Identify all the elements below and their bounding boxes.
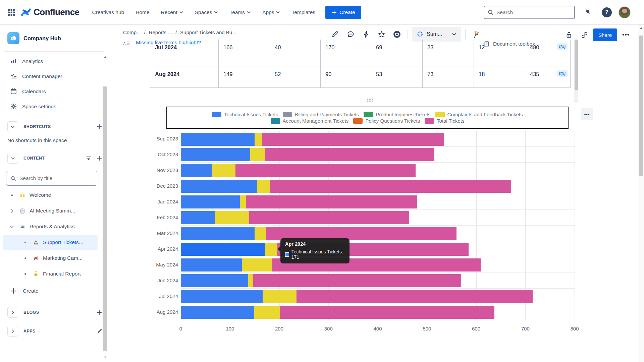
formula-icon[interactable]: f(x) (557, 70, 568, 77)
sidebar-item-calendars[interactable]: Calendars (0, 84, 109, 99)
nav-item-spaces[interactable]: Spaces (195, 9, 218, 15)
watch-eye-icon[interactable] (390, 27, 404, 41)
page-tree-item-marketing-cam-[interactable]: Marketing Cam... (3, 251, 98, 265)
page-tree-item-welcome[interactable]: Welcome (3, 188, 98, 202)
bar-segment-technical-issues-tickets[interactable] (181, 290, 263, 303)
bar-segment-complaints-and-feedback-tickets[interactable] (254, 306, 280, 319)
content-title-search[interactable] (6, 171, 97, 186)
bar-segment-technical-issues-tickets[interactable] (181, 133, 255, 146)
bar-segment-total-tickets[interactable] (280, 306, 494, 319)
share-button[interactable]: Share (593, 28, 617, 41)
title-search-input[interactable] (19, 175, 87, 181)
stacked-bar[interactable] (181, 195, 417, 208)
shortcuts-collapse-button[interactable] (7, 121, 18, 132)
add-blog-button[interactable] (96, 309, 102, 315)
nav-item-templates[interactable]: Templates (291, 9, 315, 15)
bar-segment-complaints-and-feedback-tickets[interactable] (240, 195, 246, 208)
chevron-down-icon[interactable] (8, 225, 15, 229)
legend-item-policy-questions-tickets[interactable]: Policy Questions Tickets (353, 118, 420, 124)
bar-segment-technical-issues-tickets[interactable] (181, 274, 248, 287)
search-input[interactable] (496, 9, 564, 15)
bar-segment-total-tickets[interactable] (246, 195, 417, 208)
legend-item-complaints-and-feedback-tickets[interactable]: Complaints and Feedback Tickets (435, 112, 523, 117)
bar-segment-technical-issues-tickets[interactable] (181, 306, 254, 319)
stacked-bar[interactable] (181, 133, 444, 146)
sidebar-scrollbar-thumb[interactable] (103, 86, 107, 351)
bar-segment-technical-issues-tickets[interactable] (181, 148, 250, 161)
chart-drag-handle-icon[interactable] (367, 99, 374, 102)
bar-segment-technical-issues-tickets[interactable] (181, 243, 265, 256)
star-icon[interactable] (375, 27, 388, 41)
scroll-up-icon[interactable]: ▲ (102, 54, 108, 59)
page-scrollbar[interactable]: ▲ (638, 25, 644, 362)
filter-content-button[interactable] (86, 155, 92, 161)
bar-segment-complaints-and-feedback-tickets[interactable] (255, 227, 266, 240)
nav-item-teams[interactable]: Teams (229, 9, 251, 15)
page-tree-item-support-tickets-[interactable]: Support Tickets... (3, 235, 98, 250)
bar-segment-total-tickets[interactable] (265, 148, 434, 161)
blogs-expand-button[interactable] (7, 307, 18, 318)
orange-flag-icon[interactable] (470, 27, 483, 41)
comment-icon[interactable] (344, 27, 357, 41)
formula-icon[interactable]: f(x) (557, 43, 568, 50)
sidebar-item-space-settings[interactable]: Space settings (0, 99, 109, 114)
bar-segment-technical-issues-tickets[interactable] (181, 180, 257, 193)
bar-segment-total-tickets[interactable] (270, 180, 511, 193)
create-button[interactable]: Create (325, 6, 361, 19)
nav-item-apps[interactable]: Apps (262, 9, 280, 15)
page-more-menu-icon[interactable]: ••• (619, 28, 633, 42)
legend-item-billing-and-payments-tickets[interactable]: Billing and Payments Tickets (283, 112, 359, 117)
legend-item-technical-issues-tickets[interactable]: Technical Issues Tickets (212, 112, 278, 117)
global-search[interactable] (484, 6, 575, 19)
bar-segment-total-tickets[interactable] (297, 290, 533, 303)
content-collapse-button[interactable] (7, 153, 18, 164)
breadcrumb-item-2[interactable]: Support Tickets and Bu... (180, 29, 236, 35)
help-icon[interactable]: ? (602, 7, 612, 17)
bar-segment-total-tickets[interactable] (253, 274, 462, 287)
stacked-bar[interactable] (181, 164, 416, 177)
nav-item-creativas-hub[interactable]: Creativas hub (92, 9, 124, 15)
sidebar-create-button[interactable]: Create (0, 282, 109, 298)
sidebar-item-content-manager[interactable]: Content manager (0, 69, 109, 84)
scroll-up-icon[interactable]: ▲ (638, 25, 644, 31)
table-scrollbar[interactable] (574, 40, 578, 103)
legend-item-product-inquiries-tickets[interactable]: Product Inquiries Tickets (364, 112, 430, 117)
page-scrollbar-thumb[interactable] (639, 36, 643, 176)
stacked-bar[interactable] (181, 274, 461, 287)
stacked-bar[interactable] (181, 306, 494, 319)
bar-segment-complaints-and-feedback-tickets[interactable] (242, 258, 272, 272)
bar-segment-total-tickets[interactable] (249, 211, 409, 224)
automation-lightning-icon[interactable] (359, 27, 373, 41)
space-header[interactable]: Company Hub (0, 25, 109, 51)
summarize-dropdown-chevron[interactable] (447, 29, 461, 39)
page-tree-item-ai-meeting-summ-[interactable]: AI Meeting Summ... (3, 203, 98, 218)
feedback-flag-icon[interactable] (582, 6, 595, 19)
stacked-bar[interactable] (181, 211, 409, 224)
bar-segment-total-tickets[interactable] (262, 133, 444, 146)
bar-segment-complaints-and-feedback-tickets[interactable] (255, 133, 262, 146)
nav-item-recent[interactable]: Recent (161, 9, 183, 15)
sidebar-scrollbar[interactable]: ▲ ▼ (102, 54, 107, 355)
sidebar-item-analytics[interactable]: Analytics (0, 54, 109, 69)
stacked-bar[interactable] (181, 290, 533, 303)
chevron-right-icon[interactable] (8, 209, 15, 213)
breadcrumb-item-0[interactable]: Comp... (123, 29, 141, 35)
add-shortcut-button[interactable] (96, 124, 102, 130)
add-content-button[interactable] (96, 155, 102, 161)
bar-segment-technical-issues-tickets[interactable] (181, 164, 212, 177)
bar-segment-complaints-and-feedback-tickets[interactable] (248, 274, 253, 287)
bar-segment-technical-issues-tickets[interactable] (181, 258, 242, 272)
nav-item-home[interactable]: Home (136, 9, 149, 15)
user-avatar[interactable] (619, 6, 631, 18)
stacked-bar[interactable] (181, 180, 511, 193)
bar-segment-technical-issues-tickets[interactable] (181, 211, 215, 224)
bar-segment-complaints-and-feedback-tickets[interactable] (257, 180, 270, 193)
breadcrumb-item-1[interactable]: Reports ... (149, 29, 172, 35)
bar-segment-technical-issues-tickets[interactable] (181, 195, 240, 208)
legend-item-account-management-tickets[interactable]: Account Management Tickets (271, 118, 349, 124)
apps-expand-button[interactable] (7, 326, 18, 337)
scroll-down-icon[interactable]: ▼ (102, 354, 108, 360)
bar-segment-total-tickets[interactable] (235, 164, 416, 177)
legend-item-total-tickets[interactable]: Total Tickets (425, 118, 465, 124)
app-switcher-icon[interactable] (7, 8, 15, 16)
